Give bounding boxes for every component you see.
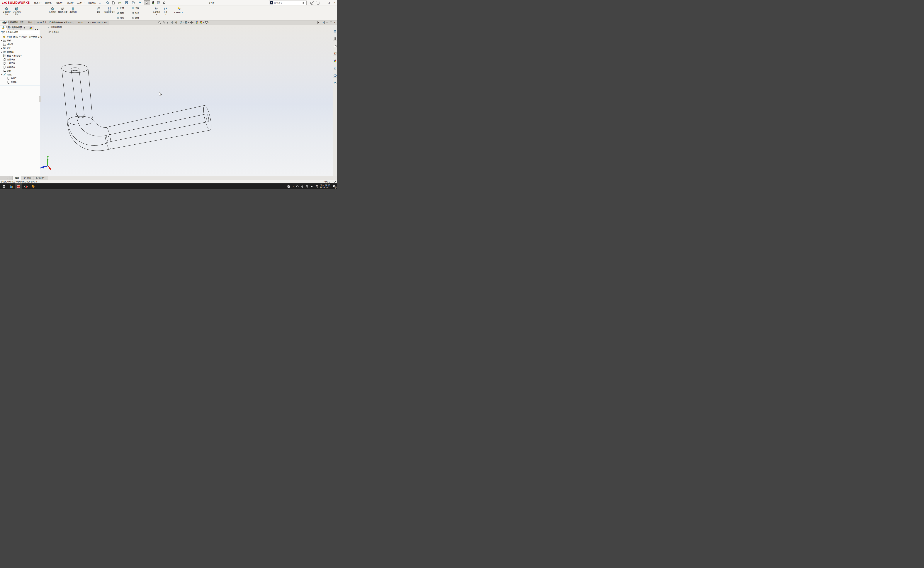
- tree-item-top-plane[interactable]: 上基準面: [0, 62, 40, 65]
- linear-pattern-button[interactable]: 直線複製排列▾: [104, 6, 115, 20]
- tree-item-sweep1[interactable]: ▼ 掃出1: [0, 73, 40, 77]
- microphone-icon[interactable]: [301, 185, 304, 188]
- scroll-prev-button[interactable]: ◂: [3, 176, 6, 180]
- minimize-button[interactable]: –: [322, 2, 325, 4]
- expand-arrow-icon[interactable]: ▶: [1, 47, 3, 49]
- menu-window[interactable]: 視窗(W): [86, 0, 98, 5]
- boundary-boss-button[interactable]: 邊界填料/基材: [2, 30, 26, 34]
- view-palette-button[interactable]: [333, 51, 337, 56]
- tab-mbd-dimensions[interactable]: MBD 尺寸: [35, 20, 49, 24]
- search-icon[interactable]: [301, 2, 304, 4]
- zoom-to-area-button[interactable]: [162, 21, 166, 24]
- model-tab[interactable]: 模型: [12, 176, 21, 180]
- motion-study-tab[interactable]: 動作研究 1: [33, 176, 48, 180]
- rib-button[interactable]: 肋材: [116, 6, 130, 10]
- expand-arrow-icon[interactable]: ▶: [1, 40, 3, 41]
- boundary-cut-button[interactable]: 邊界除料: [48, 30, 62, 34]
- tree-item-right-plane[interactable]: 右基準面: [0, 65, 40, 69]
- scroll-first-button[interactable]: |◂: [0, 176, 3, 180]
- notification-center-icon[interactable]: 2: [333, 185, 336, 188]
- tab-mbd[interactable]: MBD: [76, 20, 85, 24]
- options-button[interactable]: ▾: [162, 0, 168, 5]
- comments-button[interactable]: [333, 81, 337, 85]
- section-view-button[interactable]: [171, 21, 174, 24]
- displaymanager-tab[interactable]: [27, 26, 34, 30]
- print-button[interactable]: ▾: [131, 0, 137, 5]
- menu-file[interactable]: 檔案(F): [32, 0, 43, 5]
- mirror-button[interactable]: 鏡射: [131, 16, 145, 20]
- file-explorer-button[interactable]: [333, 44, 337, 48]
- swept-cut-button[interactable]: 掃出除料: [48, 21, 62, 24]
- tab-solidworks-cam[interactable]: SOLIDWORKS CAM: [85, 20, 109, 24]
- news-widget-icon[interactable]: [287, 185, 290, 188]
- tree-item-sensors[interactable]: 感測器: [0, 42, 40, 47]
- restore-button[interactable]: ❐: [327, 2, 331, 4]
- network-offline-icon[interactable]: [306, 185, 309, 188]
- model-sweep-pipe[interactable]: [62, 64, 213, 151]
- tree-item-sketch8[interactable]: 草圖8: [0, 80, 40, 84]
- extruded-boss-button[interactable]: 伸長填料/基材: [2, 6, 11, 20]
- rebuild-button[interactable]: [151, 0, 156, 5]
- hole-wizard-button[interactable]: 異型孔精靈▾: [58, 6, 68, 20]
- panel-tabs-scroll-left[interactable]: ◀: [34, 28, 36, 30]
- appearances-scenes-button[interactable]: [333, 59, 337, 63]
- view-settings-button[interactable]: ▾: [205, 21, 209, 24]
- extruded-cut-button[interactable]: 伸長除料: [48, 6, 57, 20]
- expand-arrow-icon[interactable]: ▶: [1, 51, 3, 53]
- units-selector[interactable]: MMGS ▴: [323, 181, 332, 183]
- previous-view-button[interactable]: [166, 21, 170, 24]
- tree-item-material[interactable]: 材質 <未指定>: [0, 54, 40, 58]
- panel-tabs-scroll-right[interactable]: ▶: [36, 28, 39, 30]
- account-icon[interactable]: [310, 1, 314, 5]
- tree-item-origin[interactable]: 原點: [0, 69, 40, 73]
- taskbar-file-explorer[interactable]: [8, 183, 15, 189]
- design-library-button[interactable]: [333, 36, 337, 41]
- tag-icon[interactable]: [333, 181, 336, 183]
- taskbar-gimp[interactable]: [30, 183, 37, 189]
- display-style-button[interactable]: ▾: [185, 21, 189, 24]
- hide-show-items-button[interactable]: ▾: [190, 21, 194, 24]
- tree-item-solid-bodies[interactable]: ▶ 實體(1): [0, 50, 40, 54]
- screen-record-icon[interactable]: [296, 185, 299, 188]
- lofted-boss-button[interactable]: 疊層拉伸填料/基材: [2, 26, 26, 29]
- tab-evaluate[interactable]: 評估: [26, 20, 35, 24]
- doc-restore-button[interactable]: ❐: [330, 21, 332, 24]
- collapse-arrow-icon[interactable]: ▼: [1, 74, 3, 76]
- tree-item-sketch7[interactable]: 草圖7: [0, 77, 40, 81]
- volume-icon[interactable]: [311, 185, 314, 188]
- ime-indicator[interactable]: 英: [316, 185, 318, 188]
- menu-view[interactable]: 檢視(V): [54, 0, 65, 5]
- tree-item-front-plane[interactable]: 前基準面: [0, 58, 40, 62]
- start-button[interactable]: [0, 183, 8, 189]
- intersect-button[interactable]: 相交: [131, 12, 145, 15]
- taskbar-solidworks[interactable]: SW 2020: [15, 183, 22, 189]
- draft-button[interactable]: 拔模: [116, 12, 130, 15]
- command-search[interactable]: > 搜尋指令 ▾: [269, 0, 307, 5]
- tree-item-annotations[interactable]: ▶ 註記: [0, 47, 40, 50]
- tree-item-history[interactable]: ▶ 歷程: [0, 39, 40, 43]
- open-button[interactable]: ▾: [118, 0, 124, 5]
- taskbar-clock[interactable]: 下午 01:35 2024/10/12: [320, 184, 331, 189]
- custom-properties-button[interactable]: [333, 66, 337, 70]
- 3d-views-tab[interactable]: 3D 視圖: [21, 176, 33, 180]
- rollback-bar[interactable]: [0, 85, 40, 85]
- tree-root-part[interactable]: 零件8 (預設<<預設>_顯示狀態 1>): [0, 35, 40, 39]
- menu-insert[interactable]: 插入(I): [65, 0, 75, 5]
- select-tool-button[interactable]: ▾: [144, 0, 150, 5]
- menubar-pin-icon[interactable]: ★: [99, 2, 101, 4]
- instant3d-button[interactable]: Instant3D: [172, 6, 187, 20]
- curves-button[interactable]: 曲線▾: [161, 6, 170, 20]
- close-button[interactable]: ✕: [332, 2, 336, 4]
- scroll-next-button[interactable]: ▸: [6, 176, 9, 180]
- solidworks-resources-button[interactable]: [333, 29, 337, 33]
- task-pane-layout-button[interactable]: [156, 0, 161, 5]
- help-icon[interactable]: ?: [316, 1, 320, 5]
- view-orientation-button[interactable]: ▾: [179, 21, 184, 24]
- lofted-cut-button[interactable]: 疊層拉伸除料: [48, 26, 62, 29]
- scroll-last-button[interactable]: ▸|: [9, 176, 12, 180]
- revolved-cut-button[interactable]: 旋轉除料: [68, 6, 78, 20]
- undo-button[interactable]: ▾: [137, 0, 143, 5]
- apply-scene-button[interactable]: ▾: [200, 21, 204, 24]
- fillet-button[interactable]: 圓角▾: [94, 6, 104, 20]
- chevron-down-icon[interactable]: ▾: [305, 2, 306, 4]
